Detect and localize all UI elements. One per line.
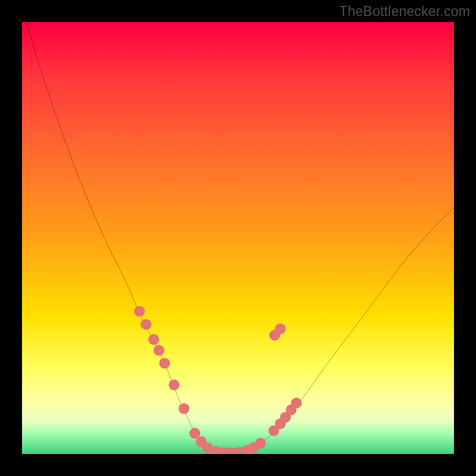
data-marker bbox=[275, 418, 286, 429]
data-marker bbox=[159, 358, 170, 368]
data-marker bbox=[140, 319, 151, 330]
data-marker bbox=[196, 437, 206, 447]
data-marker bbox=[219, 447, 230, 454]
data-marker bbox=[178, 403, 189, 414]
chart-stage: TheBottlenecker.com bbox=[0, 0, 476, 476]
data-marker bbox=[168, 380, 179, 390]
bottleneck-curve bbox=[26, 22, 454, 453]
data-marker bbox=[211, 446, 222, 454]
watermark-text: TheBottlenecker.com bbox=[339, 4, 470, 20]
data-marker bbox=[202, 443, 213, 453]
data-markers bbox=[134, 306, 302, 454]
data-marker bbox=[268, 425, 279, 436]
data-marker bbox=[148, 334, 159, 345]
data-marker bbox=[134, 306, 145, 317]
data-marker bbox=[291, 397, 302, 408]
plot-area bbox=[22, 22, 454, 454]
data-marker bbox=[270, 330, 280, 340]
data-marker bbox=[275, 323, 286, 334]
data-marker bbox=[189, 428, 200, 439]
data-marker bbox=[154, 345, 164, 356]
data-marker bbox=[248, 442, 259, 453]
data-marker bbox=[233, 447, 244, 454]
curve-layer bbox=[22, 22, 454, 454]
data-marker bbox=[286, 405, 296, 415]
data-marker bbox=[241, 445, 252, 454]
data-marker bbox=[226, 447, 237, 454]
data-marker bbox=[280, 412, 291, 422]
data-marker bbox=[255, 438, 266, 449]
